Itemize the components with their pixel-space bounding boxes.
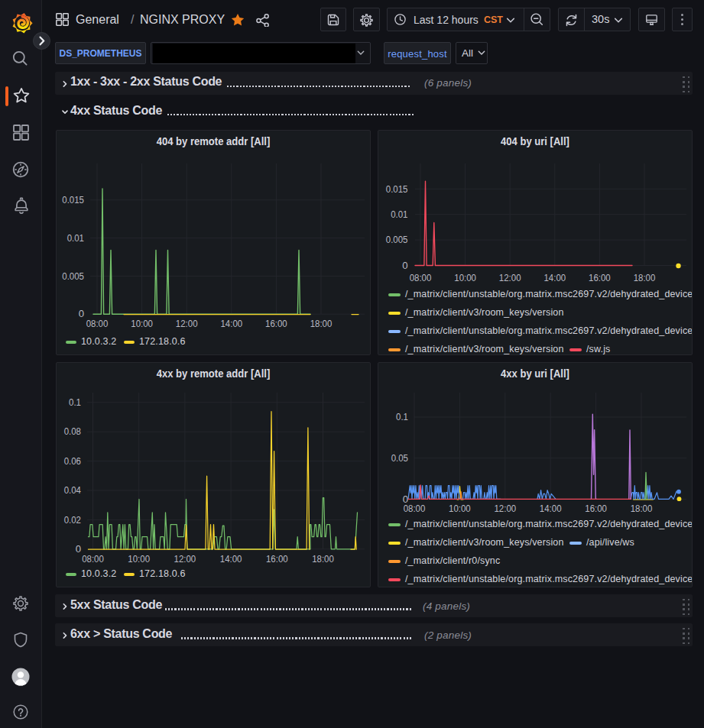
svg-text:14:00: 14:00 xyxy=(543,272,566,283)
svg-text:0.06: 0.06 xyxy=(64,455,81,467)
svg-text:0: 0 xyxy=(79,308,84,319)
svg-text:0.015: 0.015 xyxy=(386,183,408,195)
svg-text:16:00: 16:00 xyxy=(585,503,607,514)
svg-text:12:00: 12:00 xyxy=(174,553,196,565)
svg-text:18:00: 18:00 xyxy=(631,503,653,514)
svg-text:18:00: 18:00 xyxy=(310,318,333,329)
svg-text:12:00: 12:00 xyxy=(499,272,521,283)
svg-text:0.01: 0.01 xyxy=(391,209,407,220)
svg-text:14:00: 14:00 xyxy=(220,553,242,565)
svg-text:16:00: 16:00 xyxy=(589,272,611,283)
svg-text:0.02: 0.02 xyxy=(64,514,81,526)
svg-text:08:00: 08:00 xyxy=(410,272,432,283)
svg-text:16:00: 16:00 xyxy=(265,318,287,329)
svg-text:0.05: 0.05 xyxy=(391,452,408,464)
svg-text:0: 0 xyxy=(76,543,81,555)
svg-text:0.015: 0.015 xyxy=(62,194,84,205)
svg-text:0.01: 0.01 xyxy=(67,232,84,244)
svg-text:18:00: 18:00 xyxy=(634,272,656,283)
svg-text:08:00: 08:00 xyxy=(86,318,109,329)
svg-text:12:00: 12:00 xyxy=(176,318,198,329)
svg-text:08:00: 08:00 xyxy=(404,503,426,514)
svg-text:10:00: 10:00 xyxy=(128,553,150,565)
svg-text:0.1: 0.1 xyxy=(69,396,81,408)
svg-text:14:00: 14:00 xyxy=(220,318,242,329)
svg-text:12:00: 12:00 xyxy=(494,503,516,514)
svg-text:08:00: 08:00 xyxy=(82,553,104,565)
svg-text:0.04: 0.04 xyxy=(64,484,81,496)
svg-text:10:00: 10:00 xyxy=(131,318,153,329)
svg-text:0.1: 0.1 xyxy=(396,411,408,422)
svg-text:10:00: 10:00 xyxy=(454,272,476,283)
svg-text:10:00: 10:00 xyxy=(449,503,471,514)
svg-text:0.005: 0.005 xyxy=(62,270,84,282)
svg-text:0.005: 0.005 xyxy=(386,234,408,245)
svg-text:0.08: 0.08 xyxy=(64,425,81,437)
svg-text:14:00: 14:00 xyxy=(540,503,562,514)
svg-text:0: 0 xyxy=(402,260,407,271)
svg-text:16:00: 16:00 xyxy=(266,553,288,565)
svg-text:18:00: 18:00 xyxy=(312,553,334,565)
